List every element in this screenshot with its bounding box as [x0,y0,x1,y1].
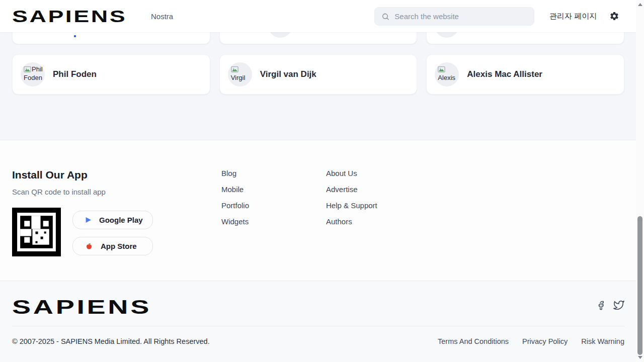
search-input[interactable] [394,12,527,21]
search-bar[interactable] [374,7,534,26]
terms-link[interactable]: Terms And Conditions [438,337,509,345]
search-icon [381,12,389,21]
avatar: Phil Foden [21,62,45,86]
privacy-policy-link[interactable]: Privacy Policy [522,337,568,345]
player-card-alexis-mac-allister[interactable]: Alexis Alexis Mac Allister [426,54,624,95]
footer-link-about-us[interactable]: About Us [326,169,377,177]
social-links [596,300,624,311]
footer-link-portfolio[interactable]: Portfolio [221,202,249,210]
footer-link-advertise[interactable]: Advertise [326,186,377,194]
install-app-title: Install Our App [12,169,88,181]
scroll-down-icon[interactable] [638,356,642,359]
broken-image-icon [231,66,238,74]
avatar-alt-text: Alexis [438,74,455,81]
app-store-label: App Store [101,242,137,250]
player-name: Virgil van Dijk [260,69,316,79]
player-card-virgil-van-dijk[interactable]: Virgil Virgil van Dijk [219,54,418,95]
avatar-alt-text: Virgil [231,74,246,81]
broken-image-icon [438,66,445,74]
footer-links-column-1: Blog Mobile Portfolio Widgets [221,169,249,234]
site-logo[interactable]: SAPIENS [12,7,159,26]
play-triangle-icon [85,217,92,223]
scrollbar-thumb[interactable] [637,216,642,355]
scroll-up-icon[interactable] [638,3,642,6]
google-play-label: Google Play [99,216,143,224]
footer-link-widgets[interactable]: Widgets [221,218,249,226]
footer-logo[interactable]: SAPIENS [12,296,151,318]
install-app-subtitle: Scan QR code to install app [12,188,106,196]
vertical-scrollbar[interactable] [636,0,644,362]
footer-link-mobile[interactable]: Mobile [221,186,249,194]
player-name: Phil Foden [53,69,97,79]
apple-icon [85,242,93,250]
footer-main: Install Our App Scan QR code to install … [0,140,636,281]
risk-warning-link[interactable]: Risk Warning [581,337,624,345]
footer-link-authors[interactable]: Authors [326,218,377,226]
legal-links: Terms And Conditions Privacy Policy Risk… [438,337,624,345]
app-store-button[interactable]: App Store [72,237,153,255]
copyright-text: © 2007-2025 - SAPIENS Media Limited. All… [12,337,210,345]
admin-page-link[interactable]: 관리자 페이지 [549,0,597,32]
google-play-button[interactable]: Google Play [72,211,153,229]
cutoff-card-fragment [74,35,76,37]
footer-link-help-support[interactable]: Help & Support [326,202,377,210]
settings-gear-icon[interactable] [609,11,619,21]
player-name: Alexis Mac Allister [467,69,542,79]
footer-bottom: SAPIENS © 2007-2025 - SAPIENS Media Limi… [0,281,636,362]
facebook-icon[interactable] [596,301,606,310]
avatar: Alexis [435,62,459,86]
footer-divider [12,326,624,326]
footer-links-column-2: About Us Advertise Help & Support Author… [326,169,377,234]
avatar: Virgil [228,62,252,86]
footer-link-blog[interactable]: Blog [221,169,249,177]
player-card-phil-foden[interactable]: Phil Foden Phil Foden [12,54,210,95]
qr-code-image [12,208,61,256]
player-card-row: Phil Foden Phil Foden Virgil Virgil van … [12,54,624,95]
broken-image-icon [24,66,31,74]
site-header: SAPIENS Nostra 관리자 페이지 [0,0,636,32]
twitter-icon[interactable] [613,300,624,311]
